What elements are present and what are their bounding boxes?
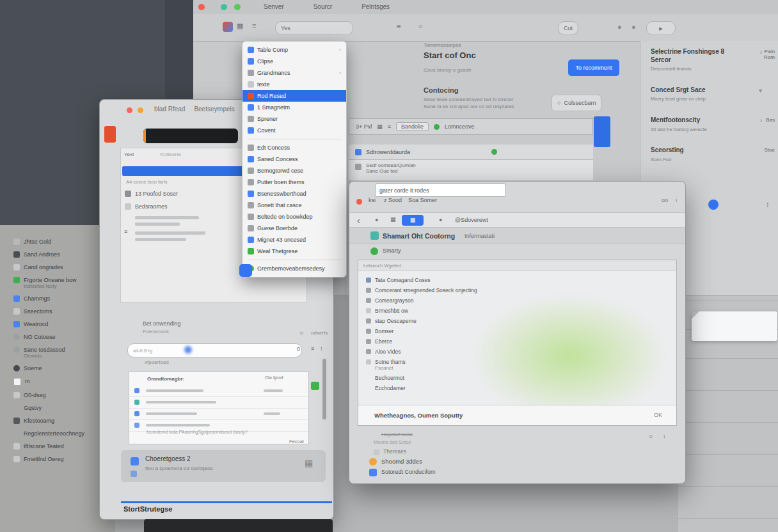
selected-message-row[interactable] [122,166,260,176]
cut-button[interactable]: Cut [558,21,578,35]
sidebar-item[interactable]: m [0,375,115,389]
table-row[interactable] [129,385,308,397]
menu-item[interactable] [242,257,346,263]
reorder-icon[interactable] [320,346,323,352]
account-label[interactable]: @Sdoverewt [455,217,488,223]
back-icon[interactable] [357,215,360,225]
sort-icon[interactable] [311,346,314,352]
status-circle-icon[interactable] [418,23,423,30]
blue-side-tab[interactable] [594,116,610,147]
filter-icon[interactable] [397,23,401,30]
sidebar-item[interactable]: NO Cotoese [0,331,115,343]
panel-list-item[interactable]: Comeargrayson [358,295,676,306]
sidebar-item[interactable]: Fmettlnd Oereg [0,453,115,465]
below-item2[interactable]: Shoomd 3ddes [381,458,422,465]
settings-group[interactable]: Sceorsting Scen Fod Stoe [640,139,778,169]
settings-group[interactable]: Mentfootonscity 30 add tre foatorg werec… [640,109,778,139]
mail-app-icon[interactable] [104,126,116,143]
below-item1[interactable]: Thereaes [383,448,406,455]
path-left-label[interactable]: 3+ Pxl [356,123,372,130]
menu-item[interactable]: Saned Concess [242,153,346,165]
zoom-window-button[interactable] [234,4,241,10]
address-bar[interactable] [143,129,238,143]
menu-item[interactable] [242,136,346,142]
menu-item[interactable]: Grembemoveabemsedesy [242,263,346,274]
menu-bar-item[interactable]: Pelntsges [361,3,390,10]
message-row[interactable]: 13 Poofed Soser [125,191,178,197]
record-icon[interactable] [617,24,622,31]
toolbar-dot-icon[interactable] [375,217,378,223]
menu-item[interactable]: Covent [242,125,346,136]
chevron-right-icon[interactable]: ▾ [759,87,762,94]
sidebar-item[interactable]: Sane tosdassod Geando [0,343,115,362]
panel-list-item[interactable]: Comcerant smegnended Soseck onjecting [358,285,676,295]
resize-icon[interactable] [766,201,770,208]
menu-item[interactable]: Sonett that casce [242,199,346,211]
collection-chip[interactable]: Colssecbarn [552,95,601,111]
panel-list-item[interactable]: Tata Comagand Coses [358,275,676,285]
below-item3[interactable]: Sotoredt Conducifom [381,469,436,475]
scan-blue-button[interactable] [708,199,718,210]
message-row[interactable]: Bedsraomes [125,203,168,210]
close-window-button[interactable] [198,4,205,10]
settings-group[interactable]: Selectrine Fonshingse 8 Sercor Descorear… [640,41,778,79]
sidebar-item[interactable]: Regolensterteoochnegy [0,427,115,440]
chevron-right-icon[interactable]: › [760,117,762,124]
sidebar-item[interactable]: Sand Androes [0,248,115,261]
toolbar-search-input[interactable]: Yes [275,21,353,35]
record-icon-2[interactable] [631,24,636,31]
selected-item-card[interactable]: Choeretgoess 2 tfou a spoemora o3 Gorbij… [121,450,326,482]
menu-item[interactable]: Weal Thetgrese [242,246,346,257]
sidebar-item[interactable]: tftlscane Teated [0,440,115,453]
settings-row-1[interactable]: Sdtrowerddaurda [349,145,593,160]
scrollbar[interactable] [322,359,326,419]
sidebar-item[interactable]: Soeme [0,362,115,375]
panel-list-item[interactable]: Sotne thams Fscanet [358,357,676,373]
dock-bar[interactable] [144,519,333,532]
sidebar-item[interactable]: Frgorte Oneane bow tostected tecty [0,274,115,292]
table-row[interactable] [129,408,308,420]
sync-icon[interactable] [649,434,653,440]
menu-item[interactable]: Sprener [242,113,346,125]
menu-item[interactable]: Bemogtorwd cese [242,165,346,176]
table-row[interactable] [129,396,308,409]
panel-list-item[interactable]: Ecchodamer [358,383,676,393]
path-green-label[interactable]: Lomnceove [445,123,475,130]
overlapping-app-icon[interactable] [239,264,252,277]
menu-item[interactable]: Rod Resed [242,90,346,102]
menu-item[interactable]: texte [242,79,346,90]
toolbar-dot-icon-2[interactable] [439,217,442,223]
menu-item[interactable]: Putter boen thems [242,176,346,188]
grid-view-icon[interactable] [237,22,243,29]
recommend-button[interactable]: To recomment [568,59,619,76]
menu-bar-item[interactable]: Sourcr [314,3,332,10]
path-segment-button[interactable]: Bandolie [396,122,429,131]
menu-item[interactable]: Beltede on boowkdep [242,211,346,223]
menu-item[interactable]: Bsenesswberthoad [242,188,346,199]
menu-item[interactable]: Grandmancs › [242,67,346,79]
sort-updown-icon[interactable] [663,434,666,439]
menu-bar-item[interactable]: Senver [264,3,284,10]
sidebar-item[interactable]: Weatrocd [0,318,115,331]
path-grid-icon[interactable] [377,124,383,130]
info-icon[interactable]: i [676,197,677,203]
panel-list-item[interactable]: Eberce [358,336,676,347]
panel-list-item[interactable]: Bechoermot [358,373,676,383]
chevron-right-icon[interactable]: › [760,49,762,56]
close-window-button[interactable] [127,107,132,113]
sidebar-item[interactable]: Gqstvy [0,402,115,414]
menu-item[interactable]: Table Comp › [242,44,346,56]
panel-footer-ok[interactable]: OK [654,412,662,418]
app-icon[interactable] [223,22,233,32]
dialog-search-input[interactable] [375,184,506,197]
selected-view-segment[interactable] [402,215,424,226]
minimize-window-button[interactable] [221,4,227,10]
settings-row-2[interactable]: Sedf oomsearQumian Sane Oue tod [349,160,593,180]
panel-list-item[interactable]: Aloo Vides [358,347,676,357]
sidebar-item[interactable]: O0-dseg [0,389,115,402]
menu-item[interactable]: 1 Smagnetm [242,102,346,113]
minimize-window-button[interactable] [138,107,143,113]
list-view-icon[interactable] [252,22,256,29]
path-lines-icon[interactable] [388,124,391,130]
menu-item[interactable]: Edt Concess [242,142,346,153]
